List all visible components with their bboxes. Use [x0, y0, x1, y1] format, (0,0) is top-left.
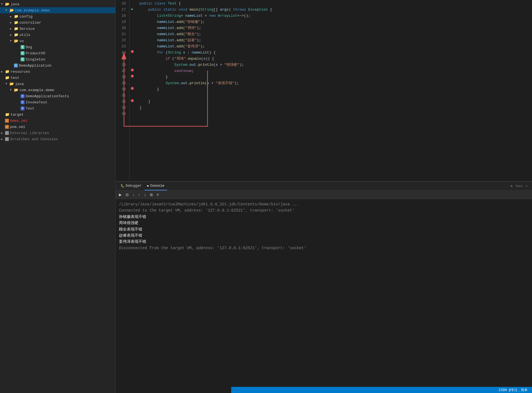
code-token: for [157, 50, 165, 56]
code-token: . [174, 31, 177, 37]
code-token: ( [172, 56, 174, 62]
sidebar-item-com-example-demo[interactable]: 📂 com.example.demo [0, 7, 115, 13]
gutter-cell [130, 67, 135, 74]
sidebar-item-test-class[interactable]: C Test [0, 105, 115, 111]
iml-icon: I [5, 119, 9, 123]
window-icon: ⊞ [511, 185, 513, 188]
code-token: ( [213, 62, 216, 68]
sidebar-item-config[interactable]: 📁 config [0, 13, 115, 20]
code-token: { [179, 1, 181, 7]
code-token: ) { [209, 50, 216, 56]
sidebar-item-invoketest[interactable]: C InvokeTest [0, 99, 115, 105]
sidebar-item-controller[interactable]: 📁 controller [0, 20, 115, 26]
run-button[interactable]: ▶ [118, 192, 123, 197]
code-token: String [200, 7, 213, 13]
code-line: System.out.println(s + "表现不错"); [140, 80, 532, 86]
sidebar-item-demo-iml[interactable]: I demo.iml [0, 118, 115, 124]
sidebar-item-label: java [15, 82, 24, 86]
sidebar-item-demoapplication[interactable]: A DemoApplication [0, 62, 115, 69]
code-token: "孙铭徽" [185, 19, 201, 25]
sidebar-item-pom-xml[interactable]: X pom.xml [0, 124, 115, 130]
code-token [140, 13, 157, 19]
sidebar-item-java-test[interactable]: 📂 java [0, 81, 115, 87]
sidebar-item-label: controller [19, 21, 41, 25]
code-token: ); [197, 37, 201, 43]
code-token: = [202, 13, 209, 19]
code-line: List<String> nameList = new ArrayList<~>… [140, 13, 532, 19]
expand-arrow [1, 3, 5, 6]
sidebar-item-productvo[interactable]: C ProductVO [0, 50, 115, 56]
console-line: 周琦很强硬 [119, 220, 529, 226]
tab-console[interactable]: ▶ Console [145, 182, 167, 190]
code-token: public [140, 7, 163, 13]
code-token: nameList [157, 37, 174, 43]
code-token: "很强硬" [224, 62, 240, 68]
scroll-down-button[interactable]: ↓ [131, 192, 136, 197]
code-token [140, 68, 174, 74]
sidebar-item-label: target [11, 113, 24, 117]
sidebar-item-utils[interactable]: 📁 utils [0, 32, 115, 38]
code-token [140, 37, 157, 43]
sidebar-item-demoapplicationtests[interactable]: C DemoApplicationTests [0, 93, 115, 99]
close-tab-btn[interactable]: ✕ [526, 185, 528, 188]
code-line: System.out.println(s + "很强硬"); [140, 62, 532, 68]
code-token: + [209, 80, 216, 86]
console-line: 赵睿表现不错 [119, 232, 529, 239]
sidebar-item-scratches[interactable]: S Scratches and Consoles [0, 136, 115, 142]
scroll-up-button[interactable]: ↑ [137, 192, 141, 197]
code-token: nameList [157, 43, 174, 50]
gutter-cell [130, 74, 135, 80]
file-tree: 📂 java 📂 com.example.demo 📁 config 📁 con… [0, 0, 115, 393]
sidebar-item-label: Service [19, 27, 35, 31]
code-line: nameList.add("姜伟泽"); [140, 43, 532, 50]
class-icon: C [21, 94, 25, 98]
console-line: Disconnected from the target VM, address… [119, 245, 529, 251]
sidebar-item-singleton[interactable]: C Singleton [0, 56, 115, 62]
expand-arrow [10, 27, 14, 30]
folder-icon: 📁 [5, 76, 9, 80]
bottom-tabs: 🐛 Debugger ▶ Console ⊞ Test ✕ [116, 182, 532, 191]
sidebar-item-label: vo [19, 39, 24, 43]
code-line: nameList.add("周琦"); [140, 25, 532, 31]
code-token: > [181, 13, 185, 19]
sidebar-item-dog[interactable]: C Dog [0, 44, 115, 50]
gutter-cell [130, 98, 135, 104]
code-token: s [183, 50, 185, 56]
code-token: ( [183, 37, 185, 43]
expand-arrow [10, 40, 14, 42]
expand-arrow [10, 33, 14, 37]
code-token: } [140, 86, 159, 93]
code-token: "赵睿" [185, 37, 197, 43]
sidebar-item-service[interactable]: 📁 Service [0, 26, 115, 32]
console-toolbar: ▶ ⊟ ↓ ↑ ↕ ⊞ ≡ [116, 191, 532, 199]
sidebar-item-java[interactable]: 📂 java [0, 1, 115, 7]
sidebar-item-target[interactable]: 📁 target [0, 111, 115, 118]
code-token: + [218, 62, 224, 68]
code-line: continue; [140, 68, 532, 74]
console-output: /Library/Java/JavaVirtualMachines/jdk1.8… [116, 199, 532, 393]
sidebar-item-resources[interactable]: 📁 resources [0, 69, 115, 75]
console-line: Connected to the target VM, address: '12… [119, 207, 529, 214]
code-line: public class Test { [140, 1, 532, 7]
sidebar-item-external-libs[interactable]: L External Libraries [0, 130, 115, 136]
sidebar-item-test[interactable]: 📁 test [0, 75, 115, 81]
sidebar-item-label: pom.xml [10, 125, 25, 129]
code-token: . [196, 62, 198, 68]
code-token [140, 56, 166, 62]
code-token: String [168, 50, 183, 56]
code-line: for (String s : nameList) { [140, 50, 532, 56]
code-token: static [163, 7, 179, 13]
tab-debugger[interactable]: 🐛 Debugger [118, 182, 145, 190]
code-token: main [189, 7, 198, 13]
code-token: : [185, 50, 192, 56]
code-token: } [140, 74, 168, 80]
code-token: out [181, 80, 187, 86]
stop-button[interactable]: ⊟ [125, 192, 130, 197]
sidebar-item-label: demo.iml [10, 119, 27, 123]
format-button[interactable]: ⊞ [149, 192, 154, 197]
code-token: )) { [206, 56, 214, 62]
sidebar-item-com-example-demo-test[interactable]: 📂 com.example.demo [0, 87, 115, 93]
sidebar-item-vo[interactable]: 📂 vo [0, 38, 115, 44]
settings-button[interactable]: ≡ [156, 192, 160, 197]
scroll-toggle-button[interactable]: ↕ [143, 192, 147, 197]
